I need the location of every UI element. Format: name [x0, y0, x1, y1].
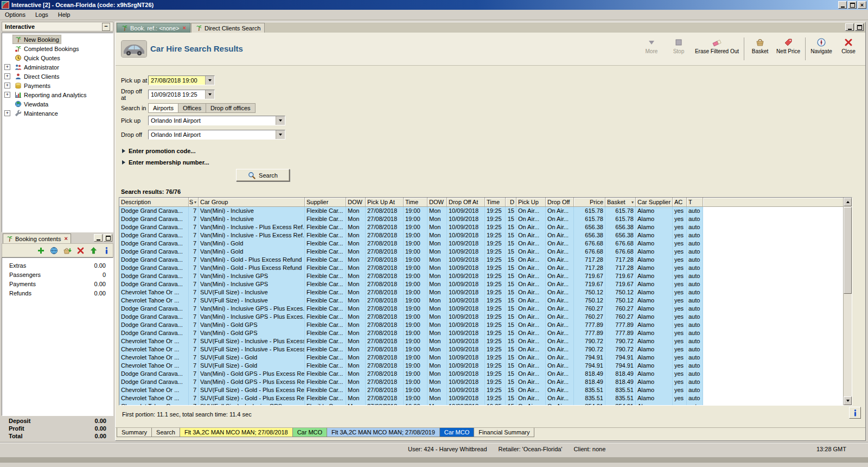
- collapse-panel-button[interactable]: −: [102, 23, 110, 31]
- column-header-dow_pick[interactable]: DOW: [346, 198, 366, 207]
- search-in-tab-airports[interactable]: Airports: [148, 103, 178, 113]
- column-header-pick_date[interactable]: Pick Up At: [366, 198, 404, 207]
- expand-plus-icon[interactable]: +: [4, 64, 10, 70]
- sidebar-item-quick-quotes[interactable]: Quick Quotes: [2, 53, 113, 62]
- bottom-tab-summary[interactable]: Summary: [117, 428, 152, 437]
- promote-button[interactable]: [90, 247, 98, 255]
- booking-contents-row[interactable]: Passengers0: [2, 270, 113, 279]
- search-button[interactable]: Search: [236, 169, 290, 181]
- result-row[interactable]: Dodge Grand Carava...7Van(Mini) - Inclus…: [119, 231, 703, 239]
- basket-add-button[interactable]: [63, 247, 72, 255]
- nett-price-button[interactable]: Nett Price: [774, 36, 803, 55]
- pickup-at-value[interactable]: 27/08/2018 19:00: [149, 76, 205, 85]
- result-row[interactable]: Dodge Grand Carava...7Van(Mini) - Inclus…: [119, 272, 703, 280]
- column-header-pick_time[interactable]: Time: [404, 198, 427, 207]
- result-row[interactable]: Chevrolet Tahoe Or ...7SUV(Full Size) - …: [119, 288, 703, 296]
- expand-plus-icon[interactable]: +: [4, 92, 10, 98]
- dropdown-button[interactable]: [276, 130, 285, 139]
- result-row[interactable]: Chevrolet Tahoe Or ...7SUV(Full Size) - …: [119, 402, 703, 406]
- minimize-button[interactable]: [94, 234, 103, 242]
- dropoff-at-value[interactable]: 10/09/2018 19:25: [149, 90, 205, 99]
- dropdown-button[interactable]: [205, 76, 214, 85]
- result-row[interactable]: Dodge Grand Carava...7Van(Mini) - GoldFl…: [119, 239, 703, 248]
- result-row[interactable]: Chevrolet Tahoe Or ...7SUV(Full Size) - …: [119, 362, 703, 370]
- result-row[interactable]: Dodge Grand Carava...7Van(Mini) - Gold G…: [119, 321, 703, 329]
- result-row[interactable]: Dodge Grand Carava...7Van(Mini) - Inclus…: [119, 223, 703, 231]
- bottom-tab-flt-3a-2c-man-mco-man-27-08-2019[interactable]: Flt 3A,2C MAN MCO MAN; 27/08/2019: [327, 428, 440, 437]
- document-tab-direct-clients-search[interactable]: Direct Clients Search: [191, 23, 265, 33]
- search-in-tab-offices[interactable]: Offices: [178, 103, 206, 113]
- column-header-car_group[interactable]: Car Group: [199, 198, 305, 207]
- minimize-button[interactable]: [838, 1, 847, 9]
- sidebar-item-new-booking[interactable]: New Booking: [2, 35, 113, 44]
- result-row[interactable]: Dodge Grand Carava...7Van(Mini) - Inclus…: [119, 215, 703, 223]
- sidebar-item-viewdata[interactable]: Viewdata: [2, 99, 113, 109]
- column-header-supplier[interactable]: Supplier: [305, 198, 346, 207]
- dropdown-button[interactable]: [276, 116, 285, 125]
- result-row[interactable]: Chevrolet Tahoe Or ...7SUV(Full Size) - …: [119, 386, 703, 394]
- dropoff-location-select[interactable]: Orlando Intl Airport: [148, 130, 285, 140]
- pickup-location-select[interactable]: Orlando Intl Airport: [148, 116, 285, 125]
- result-row[interactable]: Dodge Grand Carava...7Van(Mini) - Inclus…: [119, 207, 703, 215]
- column-header-seats[interactable]: S▾: [189, 198, 199, 207]
- dropoff-location-value[interactable]: Orlando Intl Airport: [149, 130, 276, 139]
- erase-filtered-out-button[interactable]: Erase Filtered Out: [692, 36, 742, 55]
- search-in-tab-drop-off-offices[interactable]: Drop off offices: [206, 103, 256, 113]
- column-header-drop_date[interactable]: Drop Off At: [447, 198, 485, 207]
- world-button[interactable]: [50, 247, 58, 255]
- result-row[interactable]: Dodge Grand Carava...7Van(Mini) - Inclus…: [119, 305, 703, 313]
- result-row[interactable]: Dodge Grand Carava...7Van(Mini) - Gold -…: [119, 256, 703, 264]
- booking-contents-row[interactable]: Extras0.00: [2, 261, 113, 270]
- column-header-transmission[interactable]: T: [687, 198, 703, 207]
- column-header-pick_loc[interactable]: Pick Up: [516, 198, 546, 207]
- bottom-tab-car-mco[interactable]: Car MCO: [439, 428, 474, 437]
- column-header-ac[interactable]: AC: [673, 198, 687, 207]
- bottom-tab-financial-summary[interactable]: Financial Summary: [474, 428, 534, 437]
- column-header-basket[interactable]: Basket▾: [605, 198, 636, 207]
- vertical-scrollbar[interactable]: [843, 198, 852, 405]
- membership-number-expander[interactable]: Enter membership number...: [122, 159, 209, 166]
- menu-help[interactable]: Help: [53, 10, 75, 19]
- sidebar-item-administrator[interactable]: +Administrator: [2, 62, 113, 72]
- column-header-description[interactable]: Description: [119, 198, 189, 207]
- document-tab-book-ref-none[interactable]: Book. ref.: <none>×: [117, 23, 190, 33]
- column-header-car_supplier[interactable]: Car Supplier: [636, 198, 673, 207]
- sidebar-item-completed-bookings[interactable]: Completed Bookings: [2, 44, 113, 53]
- booking-contents-tab[interactable]: Booking contents ×: [3, 234, 71, 243]
- result-row[interactable]: Dodge Grand Carava...7Van(Mini) - Inclus…: [119, 280, 703, 288]
- result-row[interactable]: Dodge Grand Carava...7Van(Mini) - Gold G…: [119, 329, 703, 337]
- column-header-price[interactable]: Price: [574, 198, 605, 207]
- bottom-tab-search[interactable]: Search: [151, 428, 180, 437]
- expand-plus-icon[interactable]: +: [4, 110, 10, 116]
- bottom-tab-flt-3a-2c-man-mco-man-27-08-2018[interactable]: Flt 3A,2C MAN MCO MAN; 27/08/2018: [180, 428, 293, 437]
- add-button[interactable]: [37, 247, 45, 255]
- dropdown-button[interactable]: [205, 90, 214, 99]
- sidebar-item-maintenance[interactable]: +Maintenance: [2, 109, 113, 118]
- result-row[interactable]: Dodge Grand Carava...7Van(Mini) - Gold -…: [119, 264, 703, 272]
- booking-contents-row[interactable]: Refunds0.00: [2, 288, 113, 298]
- bottom-tab-car-mco[interactable]: Car MCO: [292, 428, 327, 437]
- scroll-down-button[interactable]: [844, 396, 852, 405]
- result-row[interactable]: Dodge Grand Carava...7Van(Mini) - Gold G…: [119, 378, 703, 386]
- column-header-days[interactable]: D: [506, 198, 516, 207]
- close-icon[interactable]: ×: [64, 236, 67, 242]
- scroll-up-button[interactable]: [844, 198, 852, 206]
- sidebar-item-reporting-and-analytics[interactable]: +Reporting and Analytics: [2, 90, 113, 99]
- result-row[interactable]: Chevrolet Tahoe Or ...7SUV(Full Size) - …: [119, 345, 703, 354]
- scrollbar-thumb[interactable]: [844, 207, 852, 294]
- minimize-button[interactable]: [845, 23, 854, 31]
- result-row[interactable]: Chevrolet Tahoe Or ...7SUV(Full Size) - …: [119, 354, 703, 362]
- promotion-code-expander[interactable]: Enter promotion code...: [122, 147, 195, 155]
- booking-contents-row[interactable]: Payments0.00: [2, 279, 113, 288]
- maximize-button[interactable]: [104, 234, 112, 242]
- menu-options[interactable]: Options: [0, 10, 30, 19]
- result-row[interactable]: Chevrolet Tahoe Or ...7SUV(Full Size) - …: [119, 337, 703, 345]
- expand-plus-icon[interactable]: +: [4, 73, 10, 79]
- result-row[interactable]: Chevrolet Tahoe Or ...7SUV(Full Size) - …: [119, 394, 703, 402]
- result-row[interactable]: Dodge Grand Carava...7Van(Mini) - Gold G…: [119, 370, 703, 378]
- close-button[interactable]: Close: [835, 36, 862, 55]
- menu-logs[interactable]: Logs: [30, 10, 53, 19]
- basket-button[interactable]: Basket: [746, 36, 774, 55]
- column-header-drop_loc[interactable]: Drop Off: [546, 198, 574, 207]
- sidebar-item-direct-clients[interactable]: +Direct Clients: [2, 72, 113, 81]
